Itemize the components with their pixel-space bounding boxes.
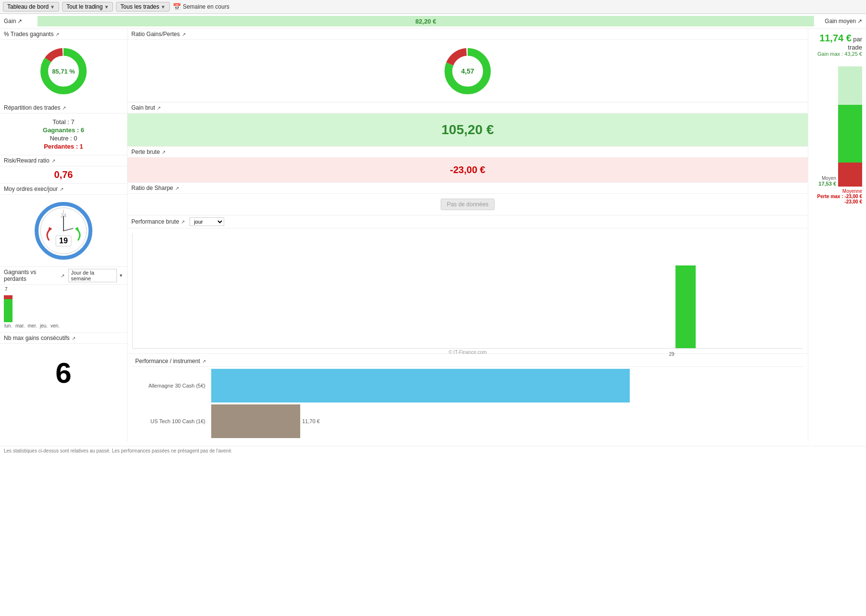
right-perte-max-value: -23,00 € — [817, 199, 862, 204]
nb-max-header: Nb max gains consécutifs ↗ — [0, 333, 127, 344]
stat-neutre: Neutre : 0 — [5, 135, 122, 142]
perf-jour-select[interactable]: jour semaine mois — [190, 217, 224, 226]
right-moyen-label: Moyen — [818, 176, 836, 181]
moy-ordres-expand[interactable]: ↗ — [60, 187, 64, 192]
toolbar: Tableau de bord ▼ Tout le trading ▼ Tous… — [0, 0, 866, 14]
pct-trades-expand[interactable]: ↗ — [55, 32, 59, 37]
performance-brute-header: Performance brute ↗ jour semaine mois — [127, 215, 808, 228]
gain-brut-bar: 105,20 € — [127, 113, 808, 146]
stat-gagnantes: Gagnantes : 6 — [5, 126, 122, 134]
mid-column: Ratio Gains/Pertes ↗ 4,57 Gain brut ↗ 10… — [127, 29, 808, 442]
pas-donnees-container: Pas de données — [127, 194, 808, 215]
perf-copyright: © IT-Finance.com — [132, 349, 803, 356]
bar-lun-red — [4, 295, 13, 299]
repartition-expand[interactable]: ↗ — [62, 105, 66, 111]
calendar-icon: 📅 — [173, 3, 181, 11]
perte-brute-bar: -23,00 € — [127, 158, 808, 182]
repartition-header: Répartition des trades ↗ — [0, 102, 127, 113]
instrument1-label: Allemagne 30 Cash (5€) — [131, 383, 208, 389]
clock-section: 24 19 — [0, 195, 127, 267]
gain-expand-icon[interactable]: ↗ — [17, 18, 22, 25]
gain-row: Gain ↗ 82,20 € Gain moyen ↗ — [0, 14, 866, 29]
bar-top-value: 7 — [4, 287, 123, 292]
bar-mer: mer. — [27, 295, 37, 328]
tableau-bord-arrow: ▼ — [50, 4, 55, 10]
stat-total: Total : 7 — [5, 118, 122, 126]
instrument1-bar — [211, 369, 630, 402]
instrument1-bar-fill — [211, 369, 630, 402]
svg-text:85,71 %: 85,71 % — [52, 68, 75, 75]
pas-donnees-btn[interactable]: Pas de données — [441, 199, 495, 210]
instrument2-bar: 11,70 € — [211, 404, 320, 438]
donut2-chart: 4,57 — [441, 45, 494, 98]
left-column: % Trades gagnants ↗ 85,71 % Répartition … — [0, 29, 127, 442]
perte-brute-expand[interactable]: ↗ — [162, 150, 166, 155]
gain-brut-section: Gain brut ↗ 105,20 € — [127, 102, 808, 147]
perf-instrument-section: Performance / instrument ↗ Allemagne 30 … — [127, 354, 808, 442]
clock-svg: 24 19 — [35, 202, 92, 260]
perf-bar-main — [675, 265, 696, 348]
gain-brut-header: Gain brut ↗ — [127, 102, 808, 113]
par-trade-container: 11,74 € par trade — [812, 33, 862, 51]
bar-jeu-label: jeu. — [40, 323, 48, 328]
svg-text:4,57: 4,57 — [461, 67, 474, 75]
right-bar-red — [838, 163, 862, 187]
donut2-container: 4,57 — [127, 40, 808, 102]
tout-trading-arrow: ▼ — [104, 4, 109, 10]
risk-value: 0,76 — [4, 169, 123, 180]
bar-lun-label: lun. — [4, 323, 12, 328]
perf-brute-expand[interactable]: ↗ — [181, 219, 185, 225]
right-perte-value: Perte max : -23,00 € — [817, 194, 862, 199]
instrument2-value: 11,70 € — [300, 418, 320, 424]
tableau-bord-btn[interactable]: Tableau de bord ▼ — [3, 2, 59, 12]
right-perte-label: Moyenne — [817, 189, 862, 194]
gain-brut-expand[interactable]: ↗ — [157, 105, 161, 111]
right-moyen-section: Moyen 17,53 € — [818, 176, 836, 187]
ratio-sharpe-header: Ratio de Sharpe ↗ — [127, 183, 808, 194]
pct-trades-header: % Trades gagnants ↗ — [0, 29, 127, 40]
nb-max-value-display: 6 — [0, 344, 127, 402]
instrument2-label: US Tech 100 Cash (1€) — [131, 418, 208, 424]
stats-section: Total : 7 Gagnantes : 6 Neutre : 0 Perda… — [0, 113, 127, 155]
right-bar-dark-green — [838, 105, 862, 163]
gagnants-header: Gagnants vs perdants ↗ Jour de la semain… — [0, 267, 127, 285]
ratio-sharpe-expand[interactable]: ↗ — [175, 186, 179, 191]
gain-bar: 82,20 € — [38, 16, 814, 26]
bar-ven: ven. — [51, 295, 60, 328]
tableau-bord-label: Tableau de bord — [7, 3, 49, 10]
perf-instrument-expand[interactable]: ↗ — [202, 359, 206, 364]
jour-semaine-dropdown[interactable]: Jour de la semaine — [68, 269, 117, 282]
instrument1-row: Allemagne 30 Cash (5€) — [131, 369, 804, 402]
right-bars — [838, 66, 862, 187]
tout-trading-label: Tout le trading — [66, 3, 102, 10]
content-grid: % Trades gagnants ↗ 85,71 % Répartition … — [0, 29, 866, 442]
calendar-widget: 📅 Semaine en cours — [173, 3, 229, 11]
risk-reward-header: Risk/Reward ratio ↗ — [0, 155, 127, 166]
gagnants-expand[interactable]: ↗ — [61, 273, 64, 278]
bar-mer-label: mer. — [27, 323, 37, 328]
tous-trades-arrow: ▼ — [161, 4, 166, 10]
donut1-container: 85,71 % — [0, 40, 127, 102]
stat-perdantes: Perdantes : 1 — [5, 143, 122, 150]
par-trade-value: 11,74 € — [819, 33, 852, 43]
tous-trades-btn[interactable]: Tous les trades ▼ — [116, 2, 170, 12]
gain-brut-value: 105,20 € — [442, 122, 494, 137]
tout-trading-btn[interactable]: Tout le trading ▼ — [62, 2, 113, 12]
footer-text: Les statistiques ci-dessus sont relative… — [4, 448, 232, 453]
perf-x-label: 29 — [669, 352, 674, 357]
right-moyen-value: 17,53 € — [818, 181, 836, 187]
perf-chart-inner: 29 — [132, 233, 803, 349]
perte-brute-section: Perte brute ↗ -23,00 € — [127, 147, 808, 183]
gain-moyen-expand-icon[interactable]: ↗ — [857, 18, 862, 25]
tous-trades-label: Tous les trades — [120, 3, 159, 10]
bar-jeu: jeu. — [40, 295, 48, 328]
bar-lun-green — [4, 299, 13, 322]
ratio-gains-expand[interactable]: ↗ — [182, 32, 186, 37]
instrument2-row: US Tech 100 Cash (1€) 11,70 € — [131, 404, 804, 438]
svg-text:19: 19 — [59, 237, 68, 245]
gain-moyen-label: Gain moyen ↗ — [819, 18, 862, 25]
perte-brute-header: Perte brute ↗ — [127, 147, 808, 158]
nb-max-expand[interactable]: ↗ — [72, 336, 76, 341]
risk-reward-expand[interactable]: ↗ — [51, 158, 55, 163]
bar-ven-label: ven. — [51, 323, 60, 328]
